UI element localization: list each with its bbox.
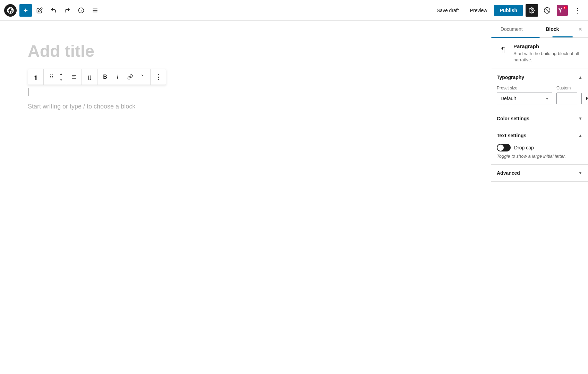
wide-group: [ ]: [82, 69, 97, 85]
move-up-button[interactable]: ▲: [58, 71, 65, 77]
preset-size-label: Preset size: [497, 86, 552, 90]
sidebar-tabs: Document Block ×: [491, 21, 588, 38]
list-view-button[interactable]: [89, 4, 101, 17]
paragraph-type-button[interactable]: ¶: [29, 69, 42, 85]
text-settings-section: Text settings ▲ Drop cap Toggle to show …: [491, 127, 588, 165]
block-type-group: ¶: [28, 69, 44, 85]
preview-button[interactable]: Preview: [466, 6, 492, 15]
text-cursor: [28, 88, 28, 96]
block-info-title: Paragraph: [513, 43, 582, 49]
top-toolbar: Save draft Preview Publish Y ! ⋮: [0, 0, 588, 21]
tab-document[interactable]: Document: [491, 21, 532, 37]
post-title[interactable]: Add title: [28, 42, 463, 61]
drop-cap-hint: Toggle to show a large initial letter.: [497, 154, 582, 159]
typography-section-header[interactable]: Typography ▲: [491, 69, 588, 86]
wide-button[interactable]: [ ]: [83, 69, 96, 85]
move-arrows: ▲ ▼: [58, 71, 65, 83]
redo-button[interactable]: [61, 4, 74, 17]
drag-handle-button[interactable]: ⠿: [45, 69, 58, 85]
cursor-block[interactable]: [28, 88, 463, 97]
color-settings-chevron-icon: ▼: [578, 116, 582, 121]
drop-cap-toggle[interactable]: [497, 144, 511, 151]
content-placeholder[interactable]: Start writing or type / to choose a bloc…: [28, 103, 463, 110]
typography-content: Preset size Default Small Normal Medium …: [491, 86, 588, 110]
preset-size-group: Preset size Default Small Normal Medium …: [497, 86, 552, 104]
text-settings-chevron-icon: ▲: [578, 133, 582, 138]
toolbar-left: [4, 4, 431, 17]
text-settings-label: Text settings: [497, 133, 526, 138]
bold-button[interactable]: B: [99, 69, 111, 85]
typography-row: Preset size Default Small Normal Medium …: [497, 86, 582, 104]
tab-block[interactable]: Block: [532, 21, 573, 37]
advanced-chevron-icon: ▼: [578, 171, 582, 175]
drop-cap-label: Drop cap: [514, 145, 534, 150]
svg-point-8: [531, 9, 533, 11]
publish-button[interactable]: Publish: [494, 5, 523, 16]
paragraph-block-icon: ¶: [497, 43, 509, 56]
preset-size-select[interactable]: Default Small Normal Medium Large Extra …: [497, 93, 552, 104]
text-settings-header[interactable]: Text settings ▲: [491, 127, 588, 144]
color-settings-header[interactable]: Color settings ▼: [491, 110, 588, 127]
drop-cap-row: Drop cap: [497, 144, 582, 151]
color-settings-section: Color settings ▼: [491, 110, 588, 127]
svg-text:Y: Y: [558, 7, 562, 14]
more-options-button[interactable]: ⋮: [571, 4, 584, 17]
block-toolbar: ¶ ⠿ ▲ ▼ [ ] B I: [28, 69, 166, 85]
block-editor-button[interactable]: [541, 4, 553, 17]
svg-line-10: [545, 8, 549, 12]
custom-size-label: Custom: [556, 86, 577, 90]
custom-size-input[interactable]: [556, 93, 577, 104]
main-content: Add title ¶ ⠿ ▲ ▼ [ ] B: [0, 21, 588, 374]
sidebar: Document Block × ¶ Paragraph Start with …: [491, 21, 588, 374]
typography-section: Typography ▲ Preset size Default Small N…: [491, 69, 588, 110]
text-settings-content: Drop cap Toggle to show a large initial …: [491, 144, 588, 164]
add-block-button[interactable]: [19, 4, 32, 17]
italic-button[interactable]: I: [111, 69, 124, 85]
align-group: [66, 69, 82, 85]
edit-button[interactable]: [33, 4, 46, 17]
block-options-group: ⋮: [151, 69, 166, 85]
toolbar-right: Save draft Preview Publish Y ! ⋮: [433, 4, 584, 17]
advanced-label: Advanced: [497, 170, 520, 176]
yoast-icon[interactable]: Y !: [556, 4, 569, 17]
block-info: ¶ Paragraph Start with the building bloc…: [491, 38, 588, 69]
block-move-group: ⠿ ▲ ▼: [44, 69, 66, 85]
reset-button[interactable]: Reset: [581, 93, 588, 104]
typography-label: Typography: [497, 75, 524, 80]
info-button[interactable]: [75, 4, 87, 17]
advanced-section-header[interactable]: Advanced ▼: [491, 165, 588, 181]
undo-button[interactable]: [47, 4, 60, 17]
wordpress-logo[interactable]: [4, 4, 17, 17]
sidebar-close-button[interactable]: ×: [573, 21, 588, 37]
format-group: B I ˅: [97, 69, 151, 85]
advanced-section: Advanced ▼: [491, 165, 588, 182]
move-down-button[interactable]: ▼: [58, 77, 65, 83]
block-options-button[interactable]: ⋮: [152, 69, 164, 85]
editor-area[interactable]: Add title ¶ ⠿ ▲ ▼ [ ] B: [0, 21, 491, 374]
custom-size-group: Custom: [556, 86, 577, 104]
typography-chevron-icon: ▲: [578, 75, 582, 80]
settings-button[interactable]: [526, 4, 538, 17]
preset-select-wrap: Default Small Normal Medium Large Extra …: [497, 93, 552, 104]
link-button[interactable]: [124, 69, 136, 85]
align-button[interactable]: [68, 69, 80, 85]
block-info-desc: Start with the building block of all nar…: [513, 51, 582, 63]
save-draft-button[interactable]: Save draft: [433, 6, 463, 15]
color-settings-label: Color settings: [497, 116, 529, 121]
more-rich-text-button[interactable]: ˅: [136, 69, 149, 85]
svg-text:!: !: [564, 7, 565, 10]
block-info-text: Paragraph Start with the building block …: [513, 43, 582, 63]
